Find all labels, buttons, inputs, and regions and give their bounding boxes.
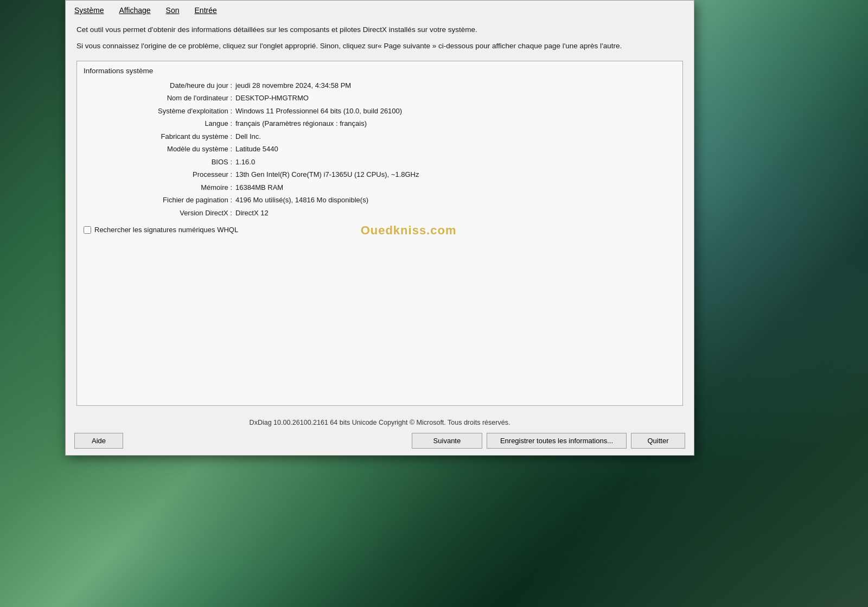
value-langue: français (Paramètres régionaux : françai… [235, 118, 676, 129]
label-directx: Version DirectX : [84, 208, 235, 219]
label-processeur: Processeur : [84, 169, 235, 180]
value-nom: DESKTOP-HMGTRMO [235, 93, 676, 104]
label-modele: Modèle du système : [84, 144, 235, 155]
whql-checkbox[interactable] [84, 226, 91, 234]
table-row: Modèle du système : Latitude 5440 [84, 144, 676, 155]
label-nom: Nom de l'ordinateur : [84, 93, 235, 104]
right-buttons: Suivante Enregistrer toutes les informat… [412, 433, 685, 449]
menu-son[interactable]: Son [164, 5, 182, 16]
value-directx: DirectX 12 [235, 208, 676, 219]
whql-label: Rechercher les signatures numériques WHQ… [94, 226, 238, 234]
table-row: Fichier de pagination : 4196 Mo utilisé(… [84, 195, 676, 206]
menu-systeme[interactable]: Système [72, 5, 106, 16]
description1: Cet outil vous permet d'obtenir des info… [76, 24, 683, 35]
label-os: Système d'exploitation : [84, 106, 235, 117]
quitter-button[interactable]: Quitter [631, 433, 685, 449]
label-langue: Langue : [84, 118, 235, 129]
menu-entree[interactable]: Entrée [193, 5, 219, 16]
table-row: Date/heure du jour : jeudi 28 novembre 2… [84, 80, 676, 91]
value-fabricant: Dell Inc. [235, 131, 676, 142]
table-row: Version DirectX : DirectX 12 [84, 208, 676, 219]
menu-bar: Système Affichage Son Entrée [66, 1, 694, 18]
table-row: Nom de l'ordinateur : DESKTOP-HMGTRMO [84, 93, 676, 104]
value-memoire: 16384MB RAM [235, 182, 676, 193]
table-row: Fabricant du système : Dell Inc. [84, 131, 676, 142]
dxdiag-dialog: Système Affichage Son Entrée Cet outil v… [65, 0, 694, 456]
table-row: Mémoire : 16384MB RAM [84, 182, 676, 193]
value-pagination: 4196 Mo utilisé(s), 14816 Mo disponible(… [235, 195, 676, 206]
table-row: BIOS : 1.16.0 [84, 157, 676, 168]
table-row: Langue : français (Paramètres régionaux … [84, 118, 676, 129]
content-area: Cet outil vous permet d'obtenir des info… [66, 18, 694, 412]
value-processeur: 13th Gen Intel(R) Core(TM) i7-1365U (12 … [235, 169, 676, 180]
value-modele: Latitude 5440 [235, 144, 676, 155]
suivante-button[interactable]: Suivante [412, 433, 482, 449]
value-os: Windows 11 Professionnel 64 bits (10.0, … [235, 106, 676, 117]
enregistrer-button[interactable]: Enregistrer toutes les informations... [487, 433, 627, 449]
section-title: Informations système [84, 67, 676, 75]
footer-area: DxDiag 10.00.26100.2161 64 bits Unicode … [66, 412, 694, 455]
whql-checkbox-row: Rechercher les signatures numériques WHQ… [84, 220, 676, 234]
table-row: Système d'exploitation : Windows 11 Prof… [84, 106, 676, 117]
table-row: Processeur : 13th Gen Intel(R) Core(TM) … [84, 169, 676, 180]
aide-button[interactable]: Aide [74, 433, 123, 449]
value-date: jeudi 28 novembre 2024, 4:34:58 PM [235, 80, 676, 91]
label-fabricant: Fabricant du système : [84, 131, 235, 142]
label-memoire: Mémoire : [84, 182, 235, 193]
label-date: Date/heure du jour : [84, 80, 235, 91]
value-bios: 1.16.0 [235, 157, 676, 168]
label-bios: BIOS : [84, 157, 235, 168]
menu-affichage[interactable]: Affichage [117, 5, 152, 16]
description2: Si vous connaissez l'origine de ce probl… [76, 41, 683, 52]
info-section: Informations système Date/heure du jour … [76, 61, 683, 406]
button-row: Aide Suivante Enregistrer toutes les inf… [74, 433, 685, 449]
copyright-text: DxDiag 10.00.26100.2161 64 bits Unicode … [74, 417, 685, 429]
label-pagination: Fichier de pagination : [84, 195, 235, 206]
